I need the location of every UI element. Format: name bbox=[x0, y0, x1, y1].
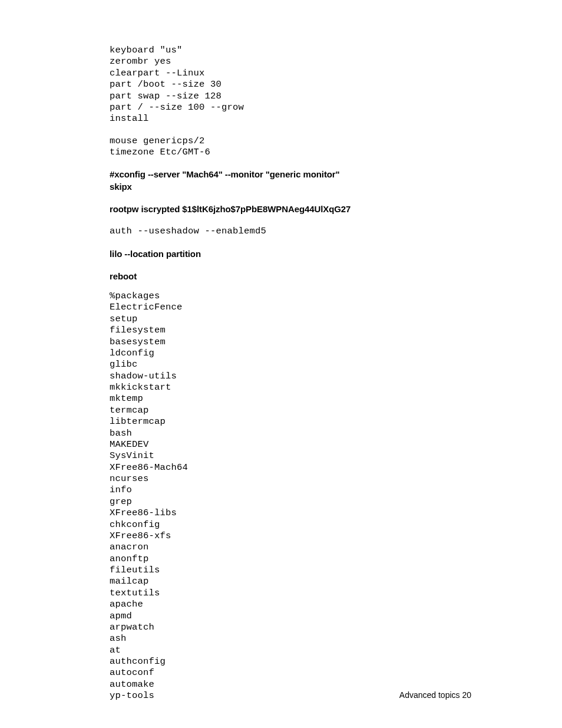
bold-block-lilo: lilo --location partition bbox=[110, 248, 451, 260]
bold-block-xconfig: #xconfig --server "Mach64" --monitor "ge… bbox=[110, 169, 451, 193]
code-block-3: auth --useshadow --enablemd5 bbox=[110, 226, 451, 237]
page-content: keyboard "us" zerombr yes clearpart --Li… bbox=[0, 0, 451, 702]
page-footer: Advanced topics 20 bbox=[399, 690, 471, 700]
bold-block-reboot: reboot bbox=[110, 271, 451, 282]
code-block-1: keyboard "us" zerombr yes clearpart --Li… bbox=[110, 45, 451, 125]
bold-block-rootpw: rootpw iscrypted $1$ltK6jzho$7pPbE8WPNAe… bbox=[110, 203, 451, 215]
code-block-2: mouse genericps/2 timezone Etc/GMT-6 bbox=[110, 136, 451, 159]
code-block-4: %packages ElectricFence setup filesystem… bbox=[110, 291, 451, 702]
